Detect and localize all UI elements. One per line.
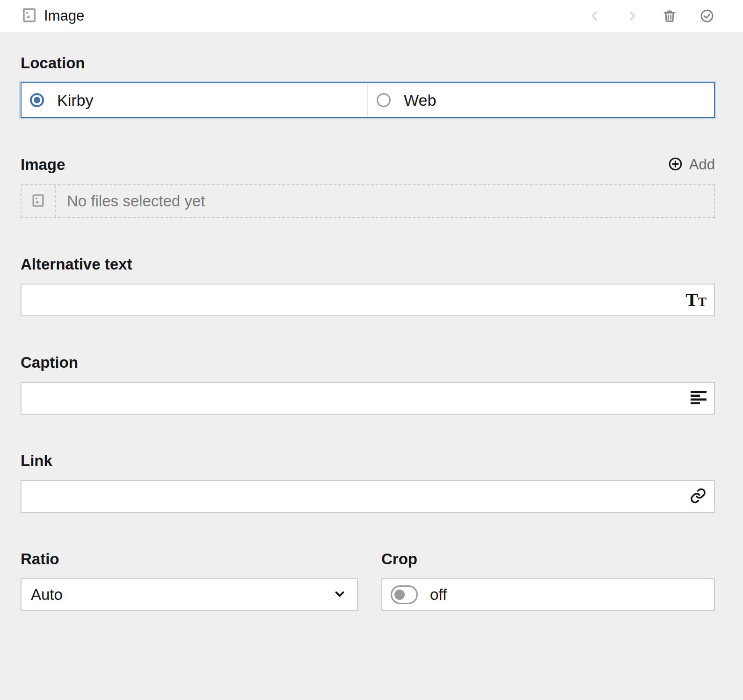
plus-circle-icon [668,157,683,173]
toggle-knob [394,590,405,600]
check-circle-icon [699,8,714,23]
add-button-label: Add [689,156,715,173]
ratio-selected-value: Auto [31,586,63,604]
caption-field: Caption [21,355,715,415]
drawer-body: Location Kirby Web Image [0,32,743,649]
radio-option-web[interactable]: Web [368,83,714,117]
crop-field: Crop off [381,551,715,611]
radio-unselected-icon [377,93,391,107]
crop-toggle-state: off [430,586,447,604]
delete-button[interactable] [662,8,677,24]
chain-link-icon-button[interactable] [690,488,707,506]
image-dropzone[interactable]: No files selected yet [21,184,715,218]
crop-toggle-box: off [381,578,715,611]
title-text-icon-button[interactable]: TT [685,291,707,309]
alternative-text-label: Alternative text [21,256,715,272]
caption-input[interactable] [21,382,715,415]
image-label: Image [21,157,65,173]
ratio-crop-row: Ratio Auto Crop off [21,551,715,649]
ratio-select[interactable]: Auto [21,578,358,611]
confirm-button[interactable] [699,8,715,24]
prev-button[interactable] [587,8,603,24]
radio-selected-icon [30,93,44,107]
radio-option-kirby[interactable]: Kirby [22,83,367,117]
image-field: Image Add [21,156,715,218]
link-field: Link [21,453,715,513]
dropzone-icon-cell [22,185,56,217]
alternative-text-field: Alternative text TT [21,256,715,316]
alternative-text-input[interactable] [21,284,715,316]
drawer-title: Image [44,7,84,24]
chevron-down-icon [333,587,347,603]
image-frame-icon [31,193,45,210]
radio-option-label: Kirby [57,91,93,109]
ratio-label: Ratio [21,551,358,567]
drawer-header: Image [0,0,743,32]
title-text-icon: TT [685,291,707,309]
chevron-left-icon [588,9,601,22]
drawer-title-group: Image [21,7,84,25]
align-left-icon [691,391,707,406]
chevron-right-icon [626,9,639,22]
caption-label: Caption [21,355,715,371]
link-label: Link [21,453,715,469]
align-left-icon-button[interactable] [691,391,707,406]
trash-icon [662,8,677,23]
dropzone-empty-text: No files selected yet [67,192,205,210]
ratio-field: Ratio Auto [21,551,358,611]
crop-toggle[interactable] [391,585,418,604]
location-radio-group: Kirby Web [21,82,715,118]
location-label: Location [21,55,715,71]
next-button[interactable] [624,8,640,24]
image-block-icon [21,7,37,25]
location-field: Location Kirby Web [21,55,715,118]
crop-label: Crop [381,551,715,567]
add-image-button[interactable]: Add [668,156,715,173]
radio-option-label: Web [404,91,436,109]
drawer-actions [587,8,715,24]
link-input[interactable] [21,480,715,513]
chain-link-icon [690,488,707,506]
